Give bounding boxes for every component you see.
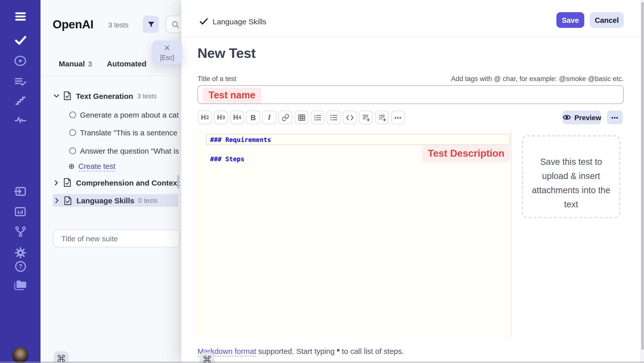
import-icon[interactable]: [0, 185, 41, 198]
ordered-list-add-button[interactable]: 123: [375, 111, 389, 124]
project-title: OpenAI: [53, 18, 93, 31]
annotation-test-name: Test name: [203, 88, 261, 103]
page-scrollbar-thumb[interactable]: [641, 2, 643, 350]
avatar[interactable]: [12, 347, 28, 363]
suite-count: 3 tests: [137, 92, 157, 100]
h3-button[interactable]: H3: [214, 111, 228, 124]
bar-chart-icon[interactable]: [0, 205, 41, 218]
bullet-list-add-icon: [362, 113, 370, 121]
chevron-down-icon: [53, 93, 60, 99]
suite-label: Text Generation: [76, 92, 133, 100]
chevron-right-icon: [54, 197, 60, 204]
close-icon: ×: [152, 42, 182, 54]
tab-automated[interactable]: Automated: [107, 59, 147, 68]
bold-button[interactable]: B: [246, 111, 260, 124]
table-button[interactable]: [295, 111, 309, 124]
tab-manual[interactable]: Manual3: [59, 59, 92, 68]
bottom-scrollbar: [0, 361, 644, 363]
editor-line-2: ### Steps: [210, 155, 244, 163]
link-button[interactable]: [278, 111, 292, 124]
breadcrumb-label: Language Skills: [213, 17, 266, 26]
description-editor[interactable]: ### Requirements ### Steps: [195, 130, 511, 337]
sidebar: ?: [0, 0, 41, 363]
test-title-input[interactable]: [197, 85, 624, 104]
tags-hint: Add tags with @ char, for example: @smok…: [320, 75, 624, 83]
tree-suite-text-generation[interactable]: Text Generation 3 tests: [53, 90, 157, 102]
tree-scrollbar[interactable]: [177, 175, 179, 189]
bullet-list-button[interactable]: [327, 111, 341, 124]
eye-icon: [562, 114, 571, 121]
suite-label: Comprehension and Context: [76, 178, 180, 187]
editor-line-1: ### Requirements: [210, 136, 271, 143]
attachments-note: Save this test to upload & insert attach…: [531, 155, 612, 211]
bullet-list-add-button[interactable]: [359, 111, 373, 124]
page-title: New Test: [197, 46, 256, 61]
plus-circle-icon: ⊕: [68, 162, 75, 171]
ordered-list-add-icon: 123: [378, 113, 386, 121]
new-suite-input[interactable]: [53, 230, 180, 247]
suite-label: Language Skills: [76, 196, 134, 205]
check-icon[interactable]: [0, 33, 41, 46]
tabs-divider: [41, 76, 181, 76]
gear-icon[interactable]: [0, 246, 41, 259]
play-circle-icon[interactable]: [0, 55, 41, 67]
filter-icon: [146, 20, 156, 29]
h4-button[interactable]: H4: [230, 111, 244, 124]
save-button[interactable]: Save: [556, 12, 584, 28]
project-tests-count: 3 tests: [108, 21, 129, 29]
cancel-button[interactable]: Cancel: [590, 12, 624, 28]
svg-text:?: ?: [18, 263, 22, 270]
attachments-dropzone: Save this test to upload & insert attach…: [522, 135, 620, 218]
more-button[interactable]: •••: [607, 111, 623, 124]
ordered-list-icon: 123: [314, 113, 322, 121]
svg-text:3: 3: [314, 118, 316, 121]
test-label: Translate "This is a sentence: [80, 128, 177, 137]
folder-icon[interactable]: [0, 278, 41, 291]
tree-suite-language-skills[interactable]: Language Skills 0 tests: [53, 194, 178, 207]
italic-button[interactable]: I: [262, 111, 276, 124]
esc-hint: [Esc]: [152, 54, 182, 61]
code-button[interactable]: [343, 111, 357, 124]
document-icon: [64, 196, 72, 205]
document-icon: [63, 91, 71, 100]
document-icon: [63, 178, 71, 187]
title-field-label: Title of a test: [197, 75, 236, 83]
code-icon: [346, 113, 354, 121]
test-status-icon: [69, 129, 76, 136]
steps-icon[interactable]: [0, 94, 41, 106]
annotation-test-description: Test Description: [422, 146, 510, 161]
branch-icon[interactable]: [0, 225, 41, 238]
filter-shortcut-tooltip: × [Esc]: [152, 41, 182, 64]
tree-suite-comprehension[interactable]: Comprehension and Context: [53, 176, 180, 189]
markdown-hint: Markdown format supported. Start typing …: [197, 347, 404, 355]
tree-test-2[interactable]: Translate "This is a sentence: [69, 127, 177, 138]
preview-button[interactable]: Preview: [562, 111, 601, 124]
bullet-list-icon: [330, 113, 338, 121]
test-status-icon: [69, 147, 76, 154]
table-icon: [297, 113, 306, 121]
link-icon: [281, 113, 289, 121]
asterisk: *: [337, 347, 340, 355]
help-icon[interactable]: ?: [0, 260, 41, 273]
header-divider: [181, 37, 640, 37]
toolbar-more-button[interactable]: •••: [391, 111, 405, 124]
chevron-right-icon: [53, 179, 60, 186]
filter-button[interactable]: [143, 16, 159, 33]
test-status-icon: [69, 111, 76, 118]
breadcrumb[interactable]: Language Skills: [199, 16, 266, 27]
test-label: Answer the question "What is: [80, 146, 179, 155]
create-test-link[interactable]: ⊕ Create test: [68, 161, 115, 172]
h2-button[interactable]: H2: [198, 111, 212, 124]
search-icon: [171, 20, 180, 29]
app-window: ? OpenAI 3 tests × [Esc] Manual3 Automat…: [0, 0, 644, 363]
ordered-list-button[interactable]: 123: [311, 111, 325, 124]
tab-manual-count: 3: [88, 60, 92, 68]
menu-icon[interactable]: [0, 10, 41, 23]
tree-test-3[interactable]: Answer the question "What is: [69, 145, 179, 156]
suite-count: 0 tests: [138, 197, 158, 204]
list-check-icon[interactable]: [0, 76, 41, 88]
tree-test-1[interactable]: Generate a poem about a cat: [69, 109, 179, 120]
create-test-label: Create test: [78, 161, 115, 171]
activity-icon[interactable]: [0, 113, 41, 126]
editor-toolbar: H2 H3 H4 B I 123 123 •••: [198, 111, 405, 124]
